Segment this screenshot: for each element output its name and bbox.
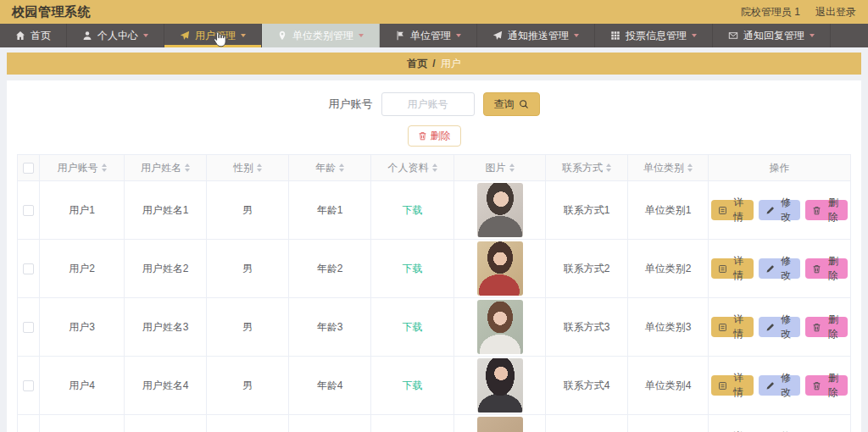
search-input[interactable] <box>381 92 475 116</box>
column-header-label: 年龄 <box>315 161 336 175</box>
cell-account: 用户1 <box>40 181 125 240</box>
download-link[interactable]: 下载 <box>403 262 423 276</box>
cell-profile: 下载 <box>371 240 454 298</box>
cell-profile: 下载 <box>371 298 454 357</box>
nav-item-home[interactable]: 首页 <box>0 24 67 47</box>
edit-button[interactable]: 修改 <box>759 317 801 337</box>
sort-icon[interactable] <box>257 163 262 172</box>
delete-button[interactable]: 删除 <box>805 317 848 337</box>
column-header-label: 用户姓名 <box>141 161 181 175</box>
edit-button[interactable]: 修改 <box>759 375 801 396</box>
cell-text: 男 <box>242 262 253 276</box>
delete-button[interactable]: 删除 <box>805 200 848 220</box>
portrait-photo-4[interactable] <box>477 358 523 413</box>
delete-button[interactable]: 删除 <box>805 375 848 396</box>
sort-icon[interactable] <box>687 163 693 172</box>
cell-actions: 详情修改删除 <box>709 240 850 298</box>
cell-text: 用户姓名1 <box>142 203 189 218</box>
edit-icon <box>765 264 775 274</box>
sort-icon[interactable] <box>185 163 190 172</box>
cell-actions: 详情修改删除 <box>709 415 850 432</box>
trash-icon <box>812 323 821 332</box>
cell-unit: 单位类别3 <box>628 298 709 357</box>
cell-text: 单位类别3 <box>645 320 692 335</box>
portrait-photo-1[interactable] <box>477 183 523 237</box>
edit-button[interactable]: 修改 <box>759 258 801 279</box>
edit-button[interactable]: 修改 <box>759 200 801 220</box>
bulk-delete-label: 删除 <box>431 129 451 143</box>
nav-item-user-management[interactable]: 用户管理 <box>164 24 262 47</box>
cell-unit: 单位类别5 <box>628 415 709 432</box>
row-checkbox[interactable] <box>23 263 34 274</box>
edit-button-label: 修改 <box>778 313 794 341</box>
logout-link[interactable]: 退出登录 <box>815 5 856 19</box>
nav-item-vote-info-management[interactable]: 投票信息管理 <box>595 24 713 47</box>
cell-name: 用户姓名4 <box>125 357 207 415</box>
download-link[interactable]: 下载 <box>403 203 423 218</box>
bulk-actions: 删除 <box>17 125 851 147</box>
delete-button[interactable]: 删除 <box>805 258 848 279</box>
portrait-photo-5[interactable] <box>477 417 523 432</box>
detail-button[interactable]: 详情 <box>711 375 754 396</box>
portrait-photo-3[interactable] <box>477 300 523 354</box>
detail-button-label: 详情 <box>731 254 747 283</box>
cell-text: 联系方式4 <box>564 379 610 393</box>
nav-item-notice-push-management[interactable]: 通知推送管理 <box>477 24 595 47</box>
search-icon <box>519 99 529 109</box>
nav-item-personal-center[interactable]: 个人中心 <box>67 24 164 47</box>
column-header-contact: 联系方式 <box>546 155 628 181</box>
sort-icon[interactable] <box>606 163 611 172</box>
column-header-label: 个人资料 <box>388 161 429 175</box>
nav-bar: 首页个人中心用户管理单位类别管理单位管理通知推送管理投票信息管理通知回复管理 <box>0 24 868 47</box>
download-link[interactable]: 下载 <box>403 379 423 393</box>
cell-profile: 下载 <box>371 357 454 415</box>
cell-text: 用户姓名2 <box>142 262 189 276</box>
cell-contact: 联系方式4 <box>546 357 628 415</box>
bulk-delete-button[interactable]: 删除 <box>408 125 461 147</box>
cell-unit: 单位类别2 <box>628 240 709 298</box>
detail-icon <box>718 323 727 332</box>
detail-button[interactable]: 详情 <box>711 258 754 279</box>
row-checkbox[interactable] <box>23 380 34 391</box>
search-field-label: 用户账号 <box>329 97 373 112</box>
cell-text: 用户1 <box>69 203 95 218</box>
portrait-photo-2[interactable] <box>477 241 523 296</box>
table-row: 用户3用户姓名3男年龄3下载联系方式3单位类别3详情修改删除 <box>18 298 850 357</box>
column-header-label: 性别 <box>233 161 253 175</box>
column-header-account: 用户账号 <box>40 155 125 181</box>
cell-photo <box>454 415 546 432</box>
edit-button-label: 修改 <box>778 371 794 400</box>
nav-item-label: 投票信息管理 <box>626 29 687 43</box>
cell-text: 单位类别4 <box>645 379 692 393</box>
breadcrumb-home[interactable]: 首页 <box>407 57 427 71</box>
sort-icon[interactable] <box>509 163 515 172</box>
column-header-name: 用户姓名 <box>125 155 207 181</box>
query-button[interactable]: 查询 <box>483 92 540 116</box>
chevron-down-icon <box>574 34 579 37</box>
row-checkbox[interactable] <box>23 322 34 333</box>
select-all-cell <box>18 155 40 181</box>
nav-item-label: 通知推送管理 <box>508 29 569 43</box>
download-link[interactable]: 下载 <box>403 320 423 335</box>
cell-name: 用户姓名3 <box>125 298 207 357</box>
breadcrumb: 首页 / 用户 <box>7 53 861 75</box>
delete-button-label: 删除 <box>825 371 841 400</box>
sort-icon[interactable] <box>339 163 344 172</box>
cell-photo <box>454 298 546 357</box>
cell-gender: 男 <box>207 357 289 415</box>
detail-button[interactable]: 详情 <box>711 317 754 337</box>
nav-item-unit-management[interactable]: 单位管理 <box>380 24 477 47</box>
select-all-checkbox[interactable] <box>23 163 34 174</box>
cell-profile: 下载 <box>371 415 454 432</box>
delete-button-label: 删除 <box>825 313 841 341</box>
grid-icon <box>610 30 620 41</box>
header-right: 院校管理员 1 退出登录 <box>741 5 856 19</box>
column-header-label: 图片 <box>486 161 506 175</box>
table-body: 用户1用户姓名1男年龄1下载联系方式1单位类别1详情修改删除用户2用户姓名2男年… <box>18 181 850 432</box>
row-checkbox[interactable] <box>23 205 34 216</box>
detail-button[interactable]: 详情 <box>711 200 754 220</box>
sort-icon[interactable] <box>102 163 107 172</box>
nav-item-notice-reply-management[interactable]: 通知回复管理 <box>713 24 831 47</box>
sort-icon[interactable] <box>432 163 437 172</box>
nav-item-unit-category-management[interactable]: 单位类别管理 <box>262 24 380 47</box>
